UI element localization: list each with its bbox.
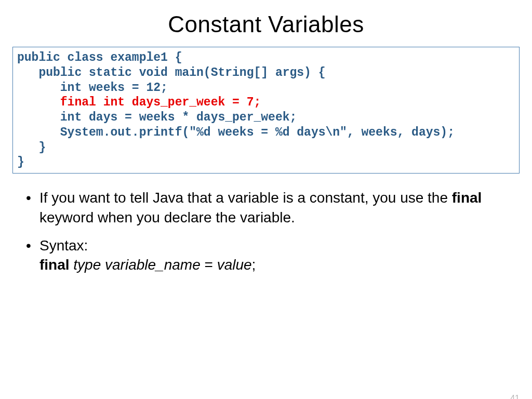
code-line-highlighted: final int days_per_week = 7; [17,95,515,110]
bullet-text: keyword when you declare the variable. [39,209,295,225]
bullet-item: Syntax: final type variable_name = value… [25,236,507,275]
code-line: int days = weeks * days_per_week; [17,110,515,125]
code-line: } [17,155,515,170]
code-line: int weeks = 12; [17,81,515,96]
syntax-semicolon: ; [252,257,256,273]
bullet-text: If you want to tell Java that a variable… [39,190,452,206]
bullet-item: If you want to tell Java that a variable… [25,188,507,228]
code-line: System.out.printf("%d weeks = %d days\n"… [17,125,515,140]
keyword-final: final [39,257,70,273]
code-example-box: public class example1 { public static vo… [12,47,520,174]
code-line: } [17,140,515,155]
syntax-label: Syntax: [39,237,88,254]
code-line: public class example1 { [17,50,515,65]
slide: Constant Variables public class example1… [0,11,532,399]
code-line: public static void main(String[] args) { [17,65,515,81]
syntax-type-var: type variable_name [73,257,200,273]
bullet-list: If you want to tell Java that a variable… [25,188,507,275]
syntax-value: value [217,257,252,273]
page-number: 41 [510,394,520,399]
keyword-final: final [452,190,482,206]
slide-title: Constant Variables [0,11,532,37]
syntax-equals: = [201,257,217,273]
